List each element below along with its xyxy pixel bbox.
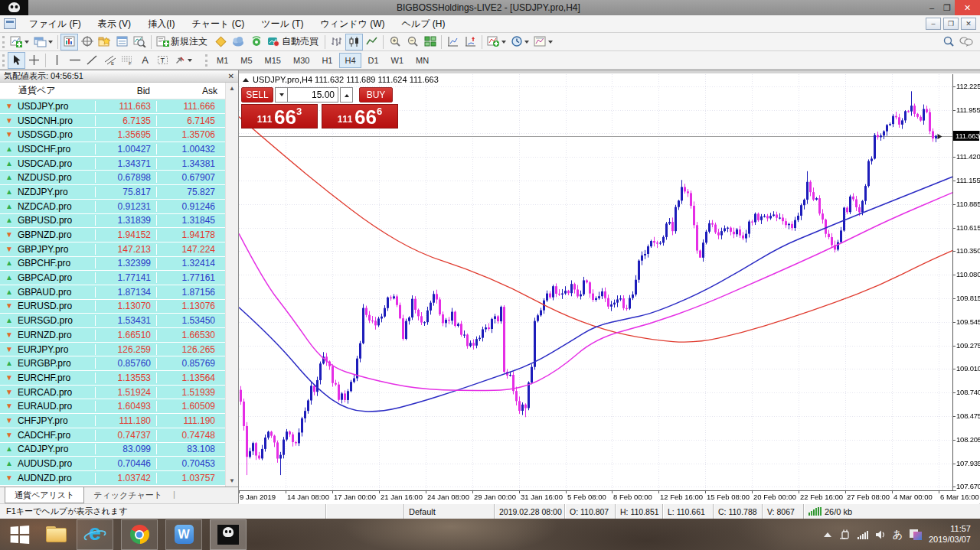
market-watch-row[interactable]: ▲EURGBP.pro0.857600.85769 — [0, 356, 225, 371]
channel-button[interactable]: E — [101, 52, 119, 69]
arrange-windows-button[interactable] — [462, 34, 479, 50]
market-watch-row[interactable]: ▼EURCAD.pro1.519241.51939 — [0, 386, 225, 400]
internet-explorer-button[interactable]: e — [77, 519, 113, 550]
ime-indicator[interactable]: あ — [893, 528, 903, 542]
sell-button[interactable]: SELL — [241, 87, 273, 103]
market-watch-row[interactable]: ▼CHFJPY.pro111.180111.190 — [0, 414, 225, 428]
menu-item-0[interactable]: ファイル (F) — [21, 15, 90, 32]
timeframe-m1[interactable]: M1 — [211, 53, 234, 68]
timeframe-d1[interactable]: D1 — [363, 53, 384, 68]
indicators-button[interactable] — [485, 34, 508, 50]
market-watch-close-icon[interactable]: ✕ — [228, 73, 234, 80]
search-button[interactable] — [939, 34, 957, 50]
signals-button[interactable] — [247, 34, 265, 50]
market-watch-row[interactable]: ▼EURUSD.pro1.130701.13076 — [0, 300, 225, 314]
mdi-minimize-button[interactable]: – — [926, 18, 941, 30]
menu-item-1[interactable]: 表示 (V) — [90, 15, 139, 32]
market-watch-row[interactable]: ▲GBPUSD.pro1.318391.31845 — [0, 214, 225, 229]
mdi-close-button[interactable]: ✕ — [961, 18, 976, 30]
buy-price-panel[interactable]: 111 66 6 — [322, 104, 398, 129]
market-watch-row[interactable]: ▼CADCHF.pro0.747370.74748 — [0, 428, 225, 443]
toolbar-grip[interactable] — [2, 36, 5, 48]
cursor-button[interactable] — [8, 52, 25, 69]
fibonacci-button[interactable]: F — [119, 52, 136, 69]
market-watch-row[interactable]: ▲NZDCAD.pro0.912310.91246 — [0, 200, 225, 214]
column-ask[interactable]: Ask — [156, 86, 224, 96]
market-watch-row[interactable]: ▼USDJPY.pro111.663111.666 — [0, 99, 225, 114]
scroll-up-icon[interactable]: ▲ — [229, 85, 235, 92]
close-button[interactable]: ✕ — [955, 0, 980, 15]
market-watch-row[interactable]: ▼GBPJPY.pro147.213147.224 — [0, 242, 225, 257]
maximize-button[interactable]: ❐ — [939, 0, 955, 15]
market-watch-row[interactable]: ▲GBPAUD.pro1.871341.87156 — [0, 285, 225, 300]
market-watch-row[interactable]: ▼GBPNZD.pro1.941521.94178 — [0, 228, 225, 242]
market-watch-row[interactable]: ▲NZDUSD.pro0.678980.67907 — [0, 171, 225, 185]
zoom-out-button[interactable] — [403, 34, 421, 50]
chrome-button[interactable] — [121, 519, 158, 550]
tab-tick-chart[interactable]: ティックチャート — [84, 487, 172, 503]
timeframe-m30[interactable]: M30 — [288, 53, 315, 68]
market-watch-row[interactable]: ▲USDCHF.pro1.004271.00432 — [0, 142, 225, 157]
tile-windows-button[interactable] — [421, 34, 439, 50]
market-watch-row[interactable]: ▼USDCNH.pro6.71356.7145 — [0, 114, 225, 129]
timeframe-h4[interactable]: H4 — [339, 53, 361, 68]
timeframe-h1[interactable]: H1 — [316, 53, 338, 68]
start-button[interactable] — [6, 519, 32, 550]
sell-price-panel[interactable]: 111 66 3 — [241, 104, 318, 129]
column-bid[interactable]: Bid — [95, 86, 156, 96]
timeframe-m5[interactable]: M5 — [235, 53, 257, 68]
metaeditor-button[interactable] — [211, 34, 229, 50]
trendline-button[interactable] — [83, 52, 101, 69]
network-signal-icon[interactable] — [858, 530, 868, 539]
autotrading-button[interactable]: 自動売買 — [265, 34, 322, 50]
power-icon[interactable] — [838, 529, 851, 540]
text-button[interactable]: A — [136, 52, 154, 69]
collapse-icon[interactable] — [243, 75, 249, 82]
toolbar-grip[interactable] — [2, 54, 5, 67]
arrows-button[interactable] — [172, 52, 194, 69]
timeframe-w1[interactable]: W1 — [386, 53, 410, 68]
scroll-down-icon[interactable]: ▼ — [229, 477, 235, 484]
price-chart[interactable] — [239, 73, 979, 504]
vertical-line-button[interactable] — [48, 52, 66, 69]
menu-item-6[interactable]: ヘルプ (H) — [394, 15, 454, 32]
tray-expand-icon[interactable] — [824, 529, 831, 537]
volume-increase-button[interactable] — [340, 87, 353, 103]
market-watch-row[interactable]: ▲EURSGD.pro1.534311.53450 — [0, 314, 225, 328]
volume-decrease-button[interactable] — [275, 87, 288, 103]
timeframe-m15[interactable]: M15 — [260, 53, 286, 68]
market-watch-row[interactable]: ▼EURAUD.pro1.604931.60509 — [0, 399, 225, 414]
status-profile[interactable]: Default — [403, 504, 494, 519]
timeframe-mn[interactable]: MN — [410, 53, 434, 68]
market-button[interactable] — [229, 34, 247, 50]
volume-icon[interactable] — [875, 529, 886, 540]
action-center-icon[interactable] — [910, 529, 922, 540]
text-label-button[interactable]: T — [154, 52, 172, 69]
market-watch-row[interactable]: ▲GBPCHF.pro1.323991.32414 — [0, 257, 225, 272]
menu-item-5[interactable]: ウィンドウ (W) — [312, 15, 394, 32]
mdi-restore-button[interactable]: ❐ — [943, 18, 959, 30]
market-watch-row[interactable]: ▼EURNZD.pro1.665101.66530 — [0, 328, 225, 343]
market-watch-toggle-button[interactable] — [60, 34, 78, 50]
minimize-button[interactable]: – — [924, 0, 939, 15]
menu-item-2[interactable]: 挿入(I) — [139, 15, 183, 32]
horizontal-line-button[interactable] — [66, 52, 83, 69]
chart-window[interactable]: USDJPY.pro,H4 111.632 111.689 111.624 11… — [239, 70, 980, 503]
market-watch-scrollbar[interactable]: ▲ ▼ — [225, 83, 238, 487]
market-watch-row[interactable]: ▼AUDNZD.pro1.037421.03757 — [0, 471, 225, 486]
bar-chart-button[interactable] — [328, 34, 345, 50]
navigator-button[interactable] — [96, 34, 113, 50]
new-order-button[interactable]: 新規注文 — [154, 34, 211, 50]
volume-input[interactable]: 15.00 — [288, 87, 338, 103]
data-window-button[interactable] — [78, 34, 96, 50]
column-symbol[interactable]: 通貨ペア — [0, 84, 95, 97]
new-chart-button[interactable] — [8, 34, 31, 50]
buy-button[interactable]: BUY — [359, 87, 393, 103]
terminal-button[interactable] — [113, 34, 131, 50]
tab-symbols[interactable]: 通貨ペアリスト — [5, 487, 84, 503]
market-watch-row[interactable]: ▼USDSGD.pro1.356951.35706 — [0, 128, 225, 142]
line-chart-button[interactable] — [363, 34, 381, 50]
candlestick-chart-button[interactable] — [345, 34, 363, 50]
zoom-in-button[interactable] — [386, 34, 403, 50]
market-watch-row[interactable]: ▲USDCAD.pro1.343711.34381 — [0, 157, 225, 171]
